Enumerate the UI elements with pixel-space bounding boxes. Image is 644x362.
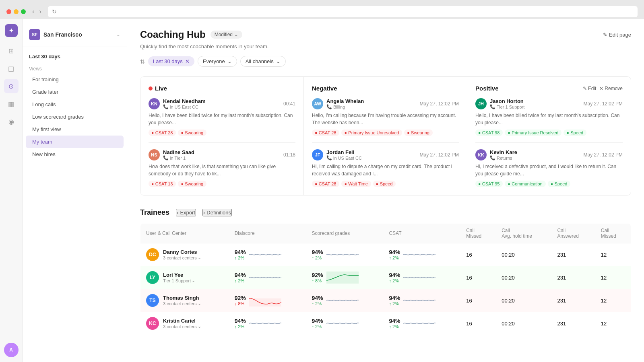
nav-item-my-team[interactable]: My team bbox=[26, 136, 124, 148]
export-icon: › bbox=[177, 210, 178, 216]
col-hold-time: CallAvg. hold time bbox=[496, 224, 551, 243]
svg-rect-0 bbox=[326, 272, 359, 284]
table-row[interactable]: TS Thomas Singh 3 contact centers ⌄ 92% … bbox=[140, 289, 631, 312]
col-answered: CallAnswered bbox=[551, 224, 595, 243]
hold-time-value: 00:20 bbox=[502, 298, 515, 304]
dialscore-cell: 94% ↑ 2% bbox=[229, 266, 306, 289]
address-bar[interactable]: ↻ bbox=[48, 6, 638, 17]
edit-card-button[interactable]: ✎ Edit bbox=[583, 86, 597, 91]
close-button[interactable] bbox=[6, 9, 11, 14]
csat-value: 94% bbox=[389, 249, 400, 255]
csat-change: ↑ 2% bbox=[389, 324, 400, 329]
nav-item-low-scorecard[interactable]: Low scorecard grades bbox=[26, 111, 124, 123]
call-item[interactable]: JH Jason Horton 📞 Tier 1 Support May 27,… bbox=[475, 98, 623, 143]
answered-cell: 231 bbox=[551, 243, 595, 266]
csat-cell: 94% ↑ 2% bbox=[383, 289, 460, 312]
scorecard-cell: 92% ↑ 8% bbox=[306, 266, 384, 289]
tag: Swearing bbox=[178, 181, 206, 187]
sidebar-icon-analytics[interactable]: ▦ bbox=[4, 97, 19, 111]
call-excerpt: Hi, I'm calling to dispute a charge on m… bbox=[312, 163, 459, 177]
hold-time-cell: 00:20 bbox=[496, 243, 551, 266]
user-avatar[interactable]: A bbox=[4, 343, 19, 357]
sidebar-icon-settings[interactable]: ◉ bbox=[4, 114, 19, 129]
nav-item-my-first-view[interactable]: My first view bbox=[26, 123, 124, 136]
dialscore-sparkline bbox=[249, 272, 281, 284]
filter-icon: ⇅ bbox=[140, 58, 145, 65]
trainees-title: Trainees bbox=[140, 208, 169, 217]
back-button[interactable]: ‹ bbox=[31, 7, 36, 16]
call-meta: JH Jason Horton 📞 Tier 1 Support May 27,… bbox=[475, 98, 623, 109]
nav-item-for-training[interactable]: For training bbox=[26, 73, 124, 86]
modified-badge[interactable]: Modified ⌄ bbox=[211, 31, 242, 39]
trainee-sub: 3 contact centers ⌄ bbox=[163, 324, 201, 329]
sidebar-icon-home[interactable]: ⊞ bbox=[4, 43, 19, 58]
csat-change: ↑ 2% bbox=[389, 301, 400, 306]
period-filter[interactable]: Last 30 days ✕ bbox=[148, 56, 194, 66]
call-item[interactable]: KN Kendal Needham 📞 in US East CC 00:41 … bbox=[149, 98, 295, 143]
call-item[interactable]: NS Nadine Saad 📞 in Tier 1 01:18 How doe… bbox=[149, 149, 295, 187]
nav-item-long-calls[interactable]: Long calls bbox=[26, 98, 124, 111]
agent-avatar: NS bbox=[149, 149, 160, 160]
positive-card-title: Positive bbox=[475, 85, 499, 92]
nav-item-new-hires[interactable]: New hires bbox=[26, 148, 124, 160]
dialscore-sparkline bbox=[249, 317, 281, 329]
csat-cell: 94% ↑ 2% bbox=[383, 266, 460, 289]
col-user: User & Call Center bbox=[140, 224, 229, 243]
trainees-section: Trainees › Export › Definitions User & C… bbox=[140, 208, 631, 335]
dialscore-change: ↑ 2% bbox=[235, 278, 246, 283]
scorecard-sparkline bbox=[326, 294, 359, 306]
live-card-header: Live bbox=[149, 85, 295, 92]
agent-avatar: JF bbox=[312, 149, 323, 160]
audience-filter[interactable]: Everyone ⌄ bbox=[198, 56, 237, 67]
sidebar-icon-inbox[interactable]: ◫ bbox=[4, 61, 19, 76]
call-item[interactable]: AW Angela Whelan 📞 Billing May 27, 12:02… bbox=[312, 98, 459, 143]
forward-button[interactable]: › bbox=[37, 7, 43, 16]
call-time: 01:18 bbox=[283, 152, 295, 158]
nav-item-grade-later[interactable]: Grade later bbox=[26, 86, 124, 98]
csat-value: 94% bbox=[389, 318, 400, 324]
sidebar-icon-coaching[interactable]: ⊙ bbox=[4, 79, 19, 93]
call-item[interactable]: JF Jordan Fell 📞 in US East CC May 27, 1… bbox=[312, 149, 459, 187]
tag: CSAT 95 bbox=[475, 181, 503, 187]
csat-sparkline bbox=[403, 317, 436, 329]
tag: Speed bbox=[564, 130, 586, 136]
filters-bar: ⇅ Last 30 days ✕ Everyone ⌄ All channels… bbox=[140, 56, 631, 67]
hold-time-value: 00:20 bbox=[502, 275, 515, 281]
missed-value: 16 bbox=[466, 275, 472, 281]
workspace-header[interactable]: SF San Francisco ⌄ bbox=[23, 26, 127, 47]
col-dialscore: Dialscore bbox=[229, 224, 306, 243]
trainee-avatar: KC bbox=[146, 317, 159, 330]
minimize-button[interactable] bbox=[14, 9, 19, 14]
page-subtitle: Quickly find the most coachable moments … bbox=[140, 43, 631, 49]
app: ✦ ⊞ ◫ ⊙ ▦ ◉ A SF San Francisco ⌄ Last 30… bbox=[0, 19, 644, 362]
missed-value: 16 bbox=[466, 298, 472, 304]
call-info: 📞 in US East CC bbox=[163, 104, 205, 109]
negative-card-header: Negative bbox=[312, 85, 459, 92]
answered-value: 231 bbox=[557, 321, 566, 327]
call-info: 📞 in Tier 1 bbox=[163, 155, 194, 160]
export-button[interactable]: › Export bbox=[176, 209, 196, 216]
call-meta: JF Jordan Fell 📞 in US East CC May 27, 1… bbox=[312, 149, 459, 160]
table-row[interactable]: LY Lori Yee Tier 1 Support ⌄ 94% ↑ 2% bbox=[140, 266, 631, 289]
channels-filter[interactable]: All channels ⌄ bbox=[240, 56, 286, 67]
scorecard-value: 94% bbox=[312, 295, 323, 301]
channels-chevron-icon: ⌄ bbox=[276, 58, 281, 64]
scorecard-sparkline bbox=[326, 272, 359, 284]
hold-time-cell: 00:20 bbox=[496, 289, 551, 312]
hold-time-cell: 00:20 bbox=[496, 312, 551, 335]
remove-card-button[interactable]: ✕ Remove bbox=[599, 86, 623, 91]
table-row[interactable]: KC Kristin Cariel 3 contact centers ⌄ 94… bbox=[140, 312, 631, 335]
definitions-button[interactable]: › Definitions bbox=[202, 209, 232, 216]
table-row[interactable]: DC Danny Cortes 3 contact centers ⌄ 94% … bbox=[140, 243, 631, 266]
maximize-button[interactable] bbox=[21, 9, 26, 14]
chevron-icon: ⌄ bbox=[192, 278, 195, 283]
edit-page-button[interactable]: ✎ Edit page bbox=[603, 32, 631, 38]
dialscore-value: 92% bbox=[235, 295, 246, 301]
period-filter-close-icon[interactable]: ✕ bbox=[185, 58, 190, 64]
dialscore-sparkline bbox=[249, 249, 281, 261]
csat-sparkline bbox=[403, 249, 436, 261]
channels-filter-label: All channels bbox=[246, 58, 274, 64]
call-time: 00:41 bbox=[283, 101, 295, 107]
call-item[interactable]: KK Kevin Kare 📞 Returns May 27, 12:02 PM… bbox=[475, 149, 623, 187]
answered-value: 231 bbox=[557, 252, 566, 258]
